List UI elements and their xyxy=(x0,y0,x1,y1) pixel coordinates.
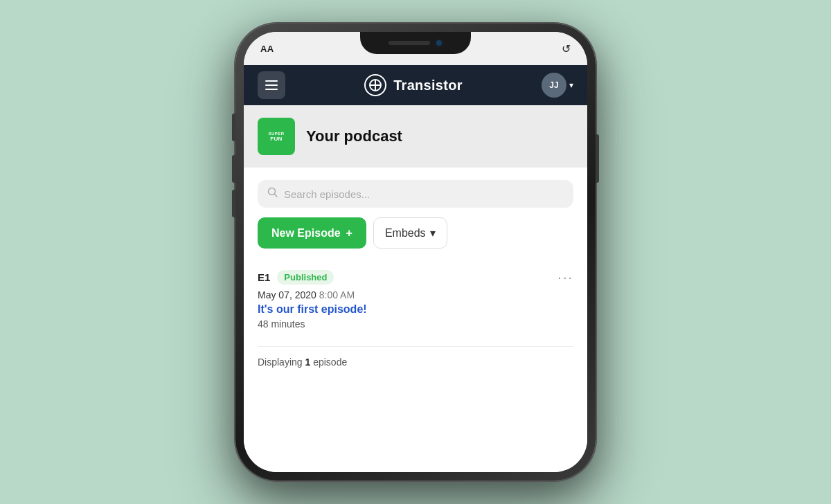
transistor-logo-icon xyxy=(364,74,386,96)
content-area: Search episodes... New Episode + Embeds … xyxy=(244,168,587,472)
episode-date: May 07, 2020 xyxy=(258,289,316,300)
nav-avatar-area[interactable]: JJ ▾ xyxy=(542,73,573,98)
displaying-prefix: Displaying xyxy=(258,357,305,368)
search-icon xyxy=(267,187,278,201)
episode-count-text: Displaying 1 episode xyxy=(258,357,573,368)
hamburger-line-3 xyxy=(265,89,278,90)
search-bar[interactable]: Search episodes... xyxy=(258,180,573,208)
displaying-suffix: episode xyxy=(310,357,347,368)
new-episode-label: New Episode xyxy=(271,227,341,240)
hamburger-line-1 xyxy=(265,80,278,82)
episode-number: E1 xyxy=(258,271,270,283)
episode-date-row: May 07, 2020 8:00 AM xyxy=(258,289,573,300)
app-name: Transistor xyxy=(393,78,463,93)
hamburger-line-2 xyxy=(265,84,278,86)
search-placeholder[interactable]: Search episodes... xyxy=(284,188,370,200)
published-badge: Published xyxy=(277,270,334,285)
notch xyxy=(360,32,471,54)
new-episode-button[interactable]: New Episode + xyxy=(258,217,366,249)
phone-frame: AA ↺ xyxy=(235,24,596,480)
front-camera xyxy=(436,39,443,46)
episode-title[interactable]: It's our first episode! xyxy=(258,303,573,316)
speaker-grill xyxy=(388,41,430,45)
hamburger-menu-button[interactable] xyxy=(258,71,285,99)
refresh-icon: ↺ xyxy=(562,42,571,55)
more-options-button[interactable]: ··· xyxy=(557,269,573,285)
episode-time-value: 8:00 AM xyxy=(319,289,355,300)
svg-line-4 xyxy=(275,195,278,197)
phone-screen: AA ↺ xyxy=(244,32,587,472)
episode-duration: 48 minutes xyxy=(258,318,573,330)
embeds-label: Embeds xyxy=(385,227,426,240)
podcast-title: Your podcast xyxy=(306,127,402,145)
action-buttons: New Episode + Embeds ▾ xyxy=(258,217,573,249)
user-avatar[interactable]: JJ xyxy=(542,73,566,98)
podcast-header: SUPER FUN Your podcast xyxy=(244,105,587,168)
avatar-chevron-icon: ▾ xyxy=(569,80,573,90)
divider xyxy=(258,346,573,347)
status-right-area: ↺ xyxy=(562,42,571,55)
status-left-text: AA xyxy=(260,44,274,54)
thumbnail-line2: FUN xyxy=(270,136,282,142)
episode-item: E1 Published ··· May 07, 2020 8:00 AM It… xyxy=(258,262,573,336)
nav-logo-area: Transistor xyxy=(294,74,533,96)
episode-meta: E1 Published xyxy=(258,270,334,285)
nav-bar: Transistor JJ ▾ xyxy=(244,65,587,105)
episode-header-row: E1 Published ··· xyxy=(258,269,573,285)
podcast-thumbnail: SUPER FUN xyxy=(258,118,295,155)
embeds-chevron-icon: ▾ xyxy=(430,226,436,240)
status-bar: AA ↺ xyxy=(244,32,587,65)
plus-icon: + xyxy=(346,227,352,240)
embeds-button[interactable]: Embeds ▾ xyxy=(373,217,447,249)
